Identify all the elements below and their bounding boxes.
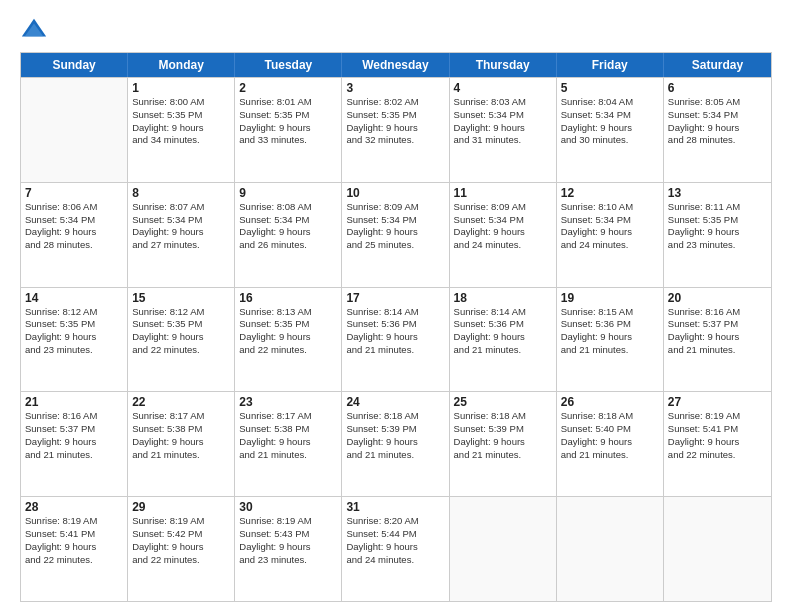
day-info: Sunrise: 8:15 AMSunset: 5:36 PMDaylight:… [561,306,659,357]
day-number: 20 [668,291,767,305]
cal-cell-17: 17Sunrise: 8:14 AMSunset: 5:36 PMDayligh… [342,288,449,392]
cal-cell-10: 10Sunrise: 8:09 AMSunset: 5:34 PMDayligh… [342,183,449,287]
cal-cell-20: 20Sunrise: 8:16 AMSunset: 5:37 PMDayligh… [664,288,771,392]
day-info: Sunrise: 8:16 AMSunset: 5:37 PMDaylight:… [25,410,123,461]
weekday-header-monday: Monday [128,53,235,77]
cal-cell-11: 11Sunrise: 8:09 AMSunset: 5:34 PMDayligh… [450,183,557,287]
day-number: 27 [668,395,767,409]
day-number: 23 [239,395,337,409]
day-info: Sunrise: 8:17 AMSunset: 5:38 PMDaylight:… [132,410,230,461]
cal-cell-24: 24Sunrise: 8:18 AMSunset: 5:39 PMDayligh… [342,392,449,496]
day-info: Sunrise: 8:14 AMSunset: 5:36 PMDaylight:… [454,306,552,357]
calendar: SundayMondayTuesdayWednesdayThursdayFrid… [20,52,772,602]
day-number: 9 [239,186,337,200]
day-number: 5 [561,81,659,95]
day-info: Sunrise: 8:03 AMSunset: 5:34 PMDaylight:… [454,96,552,147]
day-number: 2 [239,81,337,95]
day-number: 6 [668,81,767,95]
day-info: Sunrise: 8:12 AMSunset: 5:35 PMDaylight:… [25,306,123,357]
cal-cell-empty-4-5 [557,497,664,601]
day-info: Sunrise: 8:11 AMSunset: 5:35 PMDaylight:… [668,201,767,252]
day-info: Sunrise: 8:04 AMSunset: 5:34 PMDaylight:… [561,96,659,147]
day-info: Sunrise: 8:19 AMSunset: 5:42 PMDaylight:… [132,515,230,566]
day-number: 1 [132,81,230,95]
day-info: Sunrise: 8:06 AMSunset: 5:34 PMDaylight:… [25,201,123,252]
cal-cell-7: 7Sunrise: 8:06 AMSunset: 5:34 PMDaylight… [21,183,128,287]
day-info: Sunrise: 8:10 AMSunset: 5:34 PMDaylight:… [561,201,659,252]
weekday-header-friday: Friday [557,53,664,77]
day-info: Sunrise: 8:19 AMSunset: 5:41 PMDaylight:… [25,515,123,566]
day-info: Sunrise: 8:08 AMSunset: 5:34 PMDaylight:… [239,201,337,252]
calendar-row-1: 1Sunrise: 8:00 AMSunset: 5:35 PMDaylight… [21,77,771,182]
day-number: 10 [346,186,444,200]
cal-cell-23: 23Sunrise: 8:17 AMSunset: 5:38 PMDayligh… [235,392,342,496]
day-info: Sunrise: 8:18 AMSunset: 5:39 PMDaylight:… [346,410,444,461]
cal-cell-22: 22Sunrise: 8:17 AMSunset: 5:38 PMDayligh… [128,392,235,496]
cal-cell-empty-4-4 [450,497,557,601]
calendar-row-4: 21Sunrise: 8:16 AMSunset: 5:37 PMDayligh… [21,391,771,496]
calendar-row-2: 7Sunrise: 8:06 AMSunset: 5:34 PMDaylight… [21,182,771,287]
weekday-header-saturday: Saturday [664,53,771,77]
day-info: Sunrise: 8:16 AMSunset: 5:37 PMDaylight:… [668,306,767,357]
day-info: Sunrise: 8:12 AMSunset: 5:35 PMDaylight:… [132,306,230,357]
calendar-row-3: 14Sunrise: 8:12 AMSunset: 5:35 PMDayligh… [21,287,771,392]
day-number: 15 [132,291,230,305]
day-number: 12 [561,186,659,200]
calendar-body: 1Sunrise: 8:00 AMSunset: 5:35 PMDaylight… [21,77,771,601]
day-number: 22 [132,395,230,409]
cal-cell-12: 12Sunrise: 8:10 AMSunset: 5:34 PMDayligh… [557,183,664,287]
day-number: 31 [346,500,444,514]
cal-cell-14: 14Sunrise: 8:12 AMSunset: 5:35 PMDayligh… [21,288,128,392]
cal-cell-18: 18Sunrise: 8:14 AMSunset: 5:36 PMDayligh… [450,288,557,392]
cal-cell-6: 6Sunrise: 8:05 AMSunset: 5:34 PMDaylight… [664,78,771,182]
weekday-header-wednesday: Wednesday [342,53,449,77]
cal-cell-16: 16Sunrise: 8:13 AMSunset: 5:35 PMDayligh… [235,288,342,392]
cal-cell-19: 19Sunrise: 8:15 AMSunset: 5:36 PMDayligh… [557,288,664,392]
day-number: 24 [346,395,444,409]
cal-cell-25: 25Sunrise: 8:18 AMSunset: 5:39 PMDayligh… [450,392,557,496]
day-info: Sunrise: 8:19 AMSunset: 5:41 PMDaylight:… [668,410,767,461]
day-info: Sunrise: 8:07 AMSunset: 5:34 PMDaylight:… [132,201,230,252]
cal-cell-3: 3Sunrise: 8:02 AMSunset: 5:35 PMDaylight… [342,78,449,182]
cal-cell-26: 26Sunrise: 8:18 AMSunset: 5:40 PMDayligh… [557,392,664,496]
day-number: 19 [561,291,659,305]
cal-cell-28: 28Sunrise: 8:19 AMSunset: 5:41 PMDayligh… [21,497,128,601]
weekday-header-thursday: Thursday [450,53,557,77]
day-number: 30 [239,500,337,514]
logo-icon [20,16,48,44]
day-info: Sunrise: 8:19 AMSunset: 5:43 PMDaylight:… [239,515,337,566]
cal-cell-13: 13Sunrise: 8:11 AMSunset: 5:35 PMDayligh… [664,183,771,287]
day-number: 7 [25,186,123,200]
day-number: 16 [239,291,337,305]
day-number: 29 [132,500,230,514]
cal-cell-5: 5Sunrise: 8:04 AMSunset: 5:34 PMDaylight… [557,78,664,182]
page: SundayMondayTuesdayWednesdayThursdayFrid… [0,0,792,612]
cal-cell-empty-0-0 [21,78,128,182]
cal-cell-30: 30Sunrise: 8:19 AMSunset: 5:43 PMDayligh… [235,497,342,601]
day-number: 17 [346,291,444,305]
cal-cell-27: 27Sunrise: 8:19 AMSunset: 5:41 PMDayligh… [664,392,771,496]
cal-cell-21: 21Sunrise: 8:16 AMSunset: 5:37 PMDayligh… [21,392,128,496]
day-number: 21 [25,395,123,409]
day-info: Sunrise: 8:14 AMSunset: 5:36 PMDaylight:… [346,306,444,357]
day-number: 14 [25,291,123,305]
cal-cell-31: 31Sunrise: 8:20 AMSunset: 5:44 PMDayligh… [342,497,449,601]
day-number: 8 [132,186,230,200]
day-number: 11 [454,186,552,200]
day-number: 28 [25,500,123,514]
day-info: Sunrise: 8:05 AMSunset: 5:34 PMDaylight:… [668,96,767,147]
cal-cell-9: 9Sunrise: 8:08 AMSunset: 5:34 PMDaylight… [235,183,342,287]
day-info: Sunrise: 8:18 AMSunset: 5:40 PMDaylight:… [561,410,659,461]
day-info: Sunrise: 8:09 AMSunset: 5:34 PMDaylight:… [346,201,444,252]
cal-cell-8: 8Sunrise: 8:07 AMSunset: 5:34 PMDaylight… [128,183,235,287]
day-number: 4 [454,81,552,95]
cal-cell-15: 15Sunrise: 8:12 AMSunset: 5:35 PMDayligh… [128,288,235,392]
day-info: Sunrise: 8:09 AMSunset: 5:34 PMDaylight:… [454,201,552,252]
weekday-header-sunday: Sunday [21,53,128,77]
cal-cell-2: 2Sunrise: 8:01 AMSunset: 5:35 PMDaylight… [235,78,342,182]
header [20,16,772,44]
day-info: Sunrise: 8:00 AMSunset: 5:35 PMDaylight:… [132,96,230,147]
day-number: 13 [668,186,767,200]
weekday-header-tuesday: Tuesday [235,53,342,77]
cal-cell-4: 4Sunrise: 8:03 AMSunset: 5:34 PMDaylight… [450,78,557,182]
